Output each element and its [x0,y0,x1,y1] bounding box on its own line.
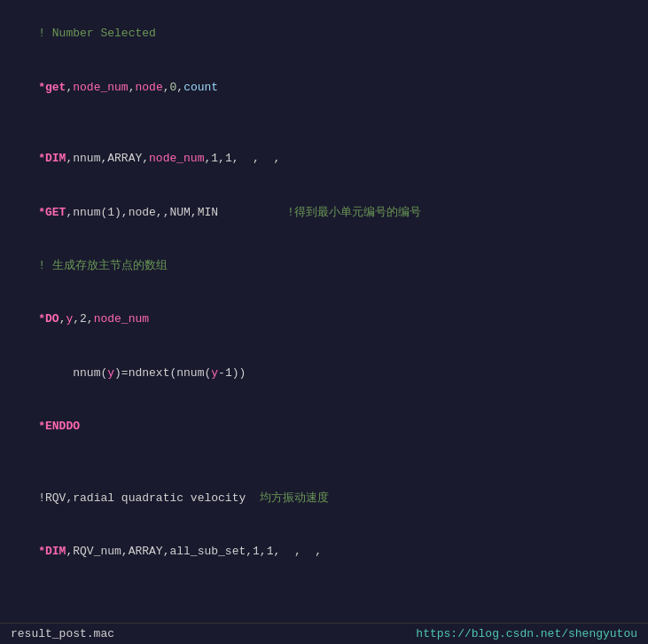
code-line-8: nnum(y)=ndnext(nnum(y-1)) [11,347,637,400]
comment-1: ! Number Selected [38,27,156,40]
code-line-10 [11,454,637,472]
bottom-url: https://blog.csdn.net/shengyutou [416,627,637,640]
code-line-6: ! 生成存放主节点的数组 [11,240,637,293]
code-line-12: *DIM,RQV_num,ARRAY,all_sub_set,1,1, , , [11,525,637,578]
code-line-11: !RQV,radial quadratic velocity 均方振动速度 [11,472,637,525]
code-line-13 [11,579,637,597]
code-line-2: *get,node_num,node,0,count [11,60,637,114]
kw-2: *get [38,81,66,94]
code-line-3 [11,114,637,132]
code-line-14 [11,597,637,615]
code-line-7: *DO,y,2,node_num [11,293,637,346]
code-line-9: *ENDDO [11,400,637,453]
code-line-5: *GET,nnum(1),node,,NUM,MIN !得到最小单元编号的编号 [11,185,637,239]
code-editor: ! Number Selected *get,node_num,node,0,c… [0,0,648,644]
bottom-bar: result_post.mac https://blog.csdn.net/sh… [0,623,648,644]
code-line-4: *DIM,nnum,ARRAY,node_num,1,1, , , [11,132,637,185]
code-line-1: ! Number Selected [11,7,637,60]
bottom-filename: result_post.mac [11,627,114,640]
